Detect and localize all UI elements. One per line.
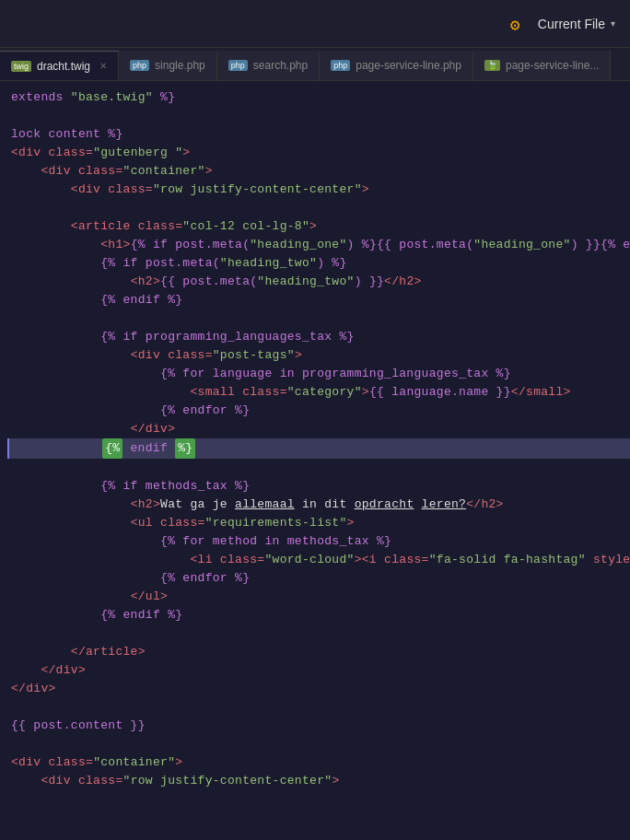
tab-page-service-twig[interactable]: 🍃 page-service-line...	[473, 51, 611, 80]
tab-search-php[interactable]: php search.php	[217, 51, 320, 80]
code-line-32: </div>	[7, 661, 630, 680]
code-line-29: {% endif %}	[7, 606, 630, 624]
code-line-blank4	[7, 459, 630, 477]
twig-badge: 🍃	[484, 60, 500, 71]
code-line-5: <div class="container">	[7, 162, 630, 181]
code-line-9: <h1>{% if post.meta("heading_one") %}{{ …	[7, 236, 630, 254]
tab-label: page-service-line.php	[356, 59, 461, 72]
code-line-blank2	[7, 199, 630, 217]
code-line-28: </ul>	[7, 588, 630, 606]
tab-page-service-php[interactable]: php page-service-line.php	[320, 51, 473, 80]
code-line-blank5	[7, 624, 630, 643]
code-line-27: {% endfor %}	[7, 569, 630, 588]
code-line-blank6	[7, 698, 630, 717]
code-line-15: <div class="post-tags">	[7, 346, 630, 365]
code-line-19: </div>	[7, 420, 630, 438]
gear-icon[interactable]: ⚙	[510, 15, 529, 33]
code-line-6: <div class="row justify-content-center">	[7, 181, 630, 199]
tab-label: single.php	[155, 59, 205, 72]
tab-label: search.php	[253, 59, 308, 72]
title-bar: ⚙ Current File ▾	[0, 0, 630, 48]
php-badge: php	[331, 60, 350, 71]
twig-badge: twig	[11, 61, 31, 72]
code-line-18: {% endfor %}	[7, 402, 630, 420]
code-line-8: <article class="col-12 col-lg-8">	[7, 217, 630, 236]
code-line-33: </div>	[7, 680, 630, 698]
code-line-25: {% for method in methods_tax %}	[7, 532, 630, 551]
code-line-23: <h2>Wat ga je allemaal in dit opdracht l…	[7, 496, 630, 514]
code-line-17: <small class="category">{{ language.name…	[7, 383, 630, 402]
code-line-3: lock content %}	[7, 125, 630, 144]
code-line-38: <div class="row justify-content-center">	[7, 772, 630, 790]
title-bar-icons: ⚙ Current File ▾	[510, 15, 615, 33]
code-line-14: {% if programming_languages_tax %}	[7, 328, 630, 346]
code-line-1: extends "base.twig" %}	[7, 88, 630, 107]
code-line-20: {% endif %}	[7, 438, 630, 459]
code-line-35: {{ post.content }}	[7, 717, 630, 735]
code-line-blank7	[7, 735, 630, 753]
php-badge: php	[130, 60, 149, 71]
php-badge: php	[228, 60, 248, 71]
code-line-24: <ul class="requirements-list">	[7, 514, 630, 532]
code-line-16: {% for language in programming_languages…	[7, 365, 630, 383]
code-line-blank3	[7, 309, 630, 328]
code-line-22: {% if methods_tax %}	[7, 477, 630, 496]
code-line-37: <div class="container">	[7, 753, 630, 772]
close-icon[interactable]: ✕	[99, 61, 107, 71]
code-line-4: <div class="gutenberg ">	[7, 144, 630, 162]
current-file-label: Current File	[538, 17, 605, 31]
code-line-12: {% endif %}	[7, 291, 630, 309]
tab-single-php[interactable]: php single.php	[119, 51, 217, 80]
editor-area: extends "base.twig" %} lock content %} <…	[0, 81, 630, 840]
current-file-button[interactable]: Current File ▾	[538, 17, 615, 31]
code-line-26: <li class="word-cloud"><i class="fa-soli…	[7, 551, 630, 569]
tab-dracht-twig[interactable]: twig dracht.twig ✕	[0, 51, 119, 80]
chevron-down-icon: ▾	[611, 18, 615, 29]
tab-label: dracht.twig	[37, 60, 90, 73]
code-line-10: {% if post.meta("heading_two") %}	[7, 254, 630, 273]
tab-label: page-service-line...	[506, 59, 599, 72]
code-line-blank	[7, 107, 630, 125]
code-line-11: <h2>{{ post.meta("heading_two") }}</h2>	[7, 273, 630, 291]
tabs-bar: twig dracht.twig ✕ php single.php php se…	[0, 48, 630, 81]
code-line-31: </article>	[7, 643, 630, 661]
